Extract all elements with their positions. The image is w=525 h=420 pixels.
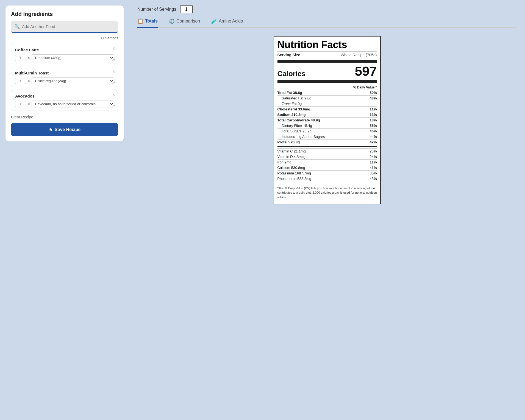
ingredient-controls: × 1 slice regular (24g)1 slice thin (18g… [15,77,114,84]
nf-row-4: Sodium 310.2mg 13% [277,112,377,117]
ingredient-expand-btn[interactable]: ↗ [112,104,115,108]
nf-dv-header: % Daily Value * [277,85,377,90]
tab-amino[interactable]: 🧪 Amino Acids [211,18,243,28]
ingredient-item: × Coffee Latte × 1 medium (480g)1 small … [11,44,118,64]
settings-icon: ⚙ [101,36,104,40]
nf-row-label-8: Includes -- g Added Sugars [277,135,325,139]
nf-vitamin-pct-2: 11% [370,160,377,164]
ingredient-remove-btn[interactable]: × [113,69,115,74]
save-recipe-button[interactable]: ★ Save Recipe [11,123,118,136]
nf-row-pct-5: 18% [370,118,377,122]
comparison-tab-label: Comparison [176,19,200,24]
search-wrapper[interactable]: 🔍 [11,21,118,33]
nf-vitamin-label-0: Vitamin C 21.1mg [277,149,306,153]
search-icon: 🔍 [14,24,20,29]
ingredient-controls: × 1 medium (480g)1 small (240g)1 large (… [15,54,114,61]
clear-recipe-link[interactable]: Clear Recipe [11,115,118,119]
nf-vitamin-pct-3: 41% [370,166,377,170]
nf-row-pct-6: 55% [370,124,377,128]
ingredient-qty-input[interactable] [15,101,26,107]
nf-row-label-1: Saturated Fat 9.6g [277,96,312,100]
settings-row[interactable]: ⚙ Settings [11,36,118,40]
comparison-tab-icon: ⚖️ [169,18,175,24]
nf-vitamin-row-2: Iron 2mg 11% [277,159,377,165]
servings-label: Number of Servings: [137,7,177,12]
nf-row-1: Saturated Fat 9.6g 48% [277,95,377,101]
nf-calories-row: Calories 597 [277,64,377,79]
nf-row-label-7: Total Sugars 23.2g [277,129,312,133]
nf-row-label-5: Total Carbohydrate 48.9g [277,118,320,122]
nf-vitamin-row-1: Vitamin D 4.8mcg 24% [277,154,377,159]
nf-vitamin-pct-0: 23% [370,149,377,153]
left-panel: Add Ingredients 🔍 ⚙ Settings × Coffee La… [0,0,129,420]
nf-vitamin-row-0: Vitamin C 21.1mg 23% [277,148,377,154]
nf-medium-bar [277,146,377,147]
card-title: Add Ingredients [11,11,118,17]
ingredient-expand-btn[interactable]: ↗ [112,57,115,62]
nf-row-3: Cholesterol 33.6mg 11% [277,106,377,112]
ingredient-qty-input[interactable] [15,78,26,84]
nf-row-pct-1: 48% [370,96,377,100]
ingredient-controls: × 1 avocado, ns as to florida or califor… [15,101,114,107]
amino-tab-icon: 🧪 [211,18,217,24]
ingredient-serving-select[interactable]: 1 avocado, ns as to florida or californi… [32,101,114,107]
nf-row-pct-3: 11% [370,107,377,111]
settings-label: Settings [105,36,118,40]
nf-footer-note: *The % Daily Value (DV) tells you how mu… [277,184,377,200]
nf-vitamins: Vitamin C 21.1mg 23% Vitamin D 4.8mcg 24… [277,148,377,181]
nf-vitamin-label-3: Calcium 530.8mg [277,166,305,170]
search-container: 🔍 [11,21,118,33]
nf-serving-size-value: Whole Recipe (705g) [341,53,377,57]
nf-row-6: Dietary Fiber 15.4g 55% [277,123,377,128]
tab-totals[interactable]: 📋 Totals [137,18,158,28]
nf-row-pct-9: 42% [370,140,377,144]
nf-row-pct-7: 46% [370,129,377,133]
amino-tab-label: Amino Acids [219,19,243,24]
nf-vitamin-pct-4: 36% [370,171,377,175]
x-label: × [28,79,30,83]
nf-row-label-0: Total Fat 38.6g [277,91,302,95]
nf-row-label-4: Sodium 310.2mg [277,113,306,117]
ingredient-remove-btn[interactable]: × [113,93,115,97]
search-input[interactable] [22,24,115,29]
servings-row: Number of Servings: [137,5,517,13]
nf-vitamin-label-4: Potassium 1687.7mg [277,171,311,175]
ingredient-item: × Multi-Grain Toast × 1 slice regular (2… [11,67,118,87]
ingredient-serving-select[interactable]: 1 slice regular (24g)1 slice thin (18g)1… [32,77,114,84]
ingredient-remove-btn[interactable]: × [113,46,115,51]
nf-row-label-9: Protein 20.8g [277,140,300,144]
nf-row-label-2: Trans Fat 0g [277,102,302,106]
nf-row-8: Includes -- g Added Sugars -- % [277,134,377,139]
nf-thick-bar-2 [277,80,377,83]
totals-tab-label: Totals [145,19,158,24]
nf-vitamin-row-3: Calcium 530.8mg 41% [277,165,377,170]
ingredients-card: Add Ingredients 🔍 ⚙ Settings × Coffee La… [5,5,124,141]
nf-vitamin-label-1: Vitamin D 4.8mcg [277,155,305,159]
ingredient-item: × Avocados × 1 avocado, ns as to florida… [11,90,118,110]
ingredient-qty-input[interactable] [15,55,26,61]
nf-title: Nutrition Facts [277,39,377,52]
servings-input[interactable] [180,5,193,13]
save-recipe-label: Save Recipe [55,127,80,132]
nf-row-9: Protein 20.8g 42% [277,139,377,145]
nf-row-label-6: Dietary Fiber 15.4g [277,124,312,128]
nf-vitamin-label-2: Iron 2mg [277,160,291,164]
ingredient-expand-btn[interactable]: ↗ [112,80,115,85]
nf-calories-label: Calories [277,69,306,78]
star-icon: ★ [49,127,52,132]
nf-row-pct-8: -- % [370,135,377,139]
tab-comparison[interactable]: ⚖️ Comparison [169,18,200,28]
nf-row-7: Total Sugars 23.2g 46% [277,128,377,134]
ingredient-name: Multi-Grain Toast [15,71,114,75]
nf-serving-row: Serving Size Whole Recipe (705g) [277,53,377,58]
nf-row-2: Trans Fat 0g [277,101,377,106]
ingredient-name: Coffee Latte [15,48,114,52]
totals-tab-icon: 📋 [137,18,143,24]
nf-thick-bar [277,60,377,63]
nf-calories-value: 597 [355,65,377,78]
ingredients-list: × Coffee Latte × 1 medium (480g)1 small … [11,44,118,110]
right-panel: Number of Servings: 📋 Totals ⚖️ Comparis… [129,0,525,420]
x-label: × [28,56,30,60]
ingredient-serving-select[interactable]: 1 medium (480g)1 small (240g)1 large (72… [32,54,114,61]
nf-vitamin-row-5: Phosphorus 538.2mg 43% [277,176,377,181]
